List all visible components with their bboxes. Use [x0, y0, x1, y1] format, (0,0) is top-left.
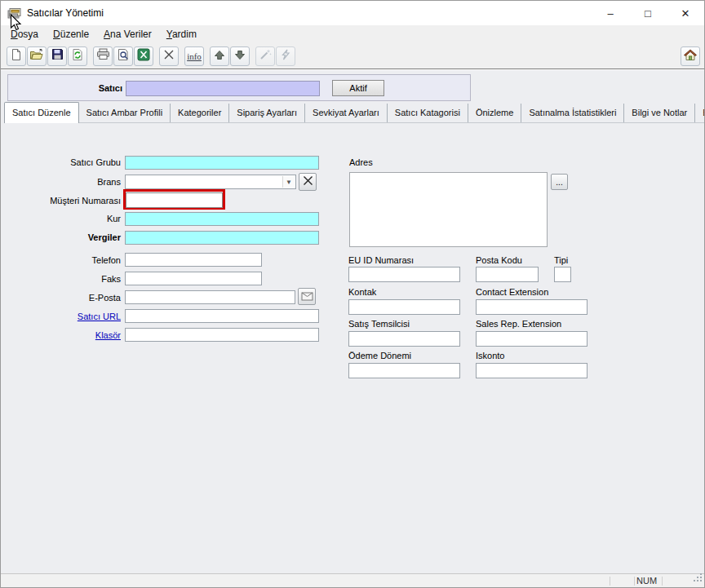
email-label: E-Posta	[1, 293, 121, 303]
statusbar-divider	[662, 577, 663, 586]
currency-input[interactable]	[125, 212, 319, 226]
contact-extension-input[interactable]	[476, 299, 588, 315]
minimize-icon: –	[607, 7, 613, 20]
run-update-button[interactable]	[276, 46, 295, 66]
arrow-down-icon	[234, 49, 246, 64]
print-preview-button[interactable]	[113, 46, 133, 66]
save-button[interactable]	[47, 46, 67, 66]
minimize-button[interactable]: –	[592, 1, 629, 25]
sales-rep-label: Satış Temsilcisi	[348, 319, 410, 329]
menu-dosya[interactable]: Dosya	[3, 25, 46, 43]
move-up-button[interactable]	[210, 46, 229, 66]
print-preview-icon	[117, 48, 130, 64]
open-button[interactable]	[27, 46, 47, 66]
vendor-group-label: Satıcı Grubu	[1, 157, 121, 167]
vendor-group-input[interactable]	[125, 156, 319, 170]
status-bar: NUM	[1, 573, 704, 587]
tab-kategoriler[interactable]: Kategoriler	[171, 104, 229, 122]
address-browse-button[interactable]: ...	[551, 174, 568, 190]
delete-x-icon	[163, 49, 175, 64]
info-button[interactable]: info	[184, 46, 204, 66]
move-down-button[interactable]	[230, 46, 250, 66]
new-icon	[10, 48, 23, 64]
chevron-down-icon[interactable]: ▼	[282, 176, 295, 188]
folder-link[interactable]: Klasör	[1, 330, 121, 340]
discount-input[interactable]	[476, 363, 588, 378]
vendor-url-link[interactable]: Satıcı URL	[1, 312, 121, 321]
home-button[interactable]	[681, 46, 700, 66]
magic-wand-icon	[259, 48, 272, 64]
contact-extension-label: Contact Extension	[476, 287, 548, 297]
tab-satici-katagorisi[interactable]: Satıcı Katagorisi	[388, 104, 468, 122]
printer-icon	[96, 48, 110, 64]
close-button[interactable]: ✕	[667, 1, 704, 25]
home-icon	[683, 48, 698, 64]
resize-grip[interactable]	[693, 572, 703, 586]
menu-duzenle[interactable]: Düzenle	[46, 25, 96, 43]
taxes-input[interactable]	[125, 231, 319, 245]
eu-id-label: EU ID Numarası	[348, 255, 414, 265]
tab-onizleme[interactable]: Önizleme	[468, 104, 521, 122]
taxes-label: Vergiler	[1, 232, 121, 242]
branch-label: Brans	[1, 177, 121, 187]
sales-rep-input[interactable]	[348, 331, 460, 347]
lightning-icon	[281, 49, 290, 64]
app-icon	[7, 7, 21, 20]
branch-clear-button[interactable]	[299, 173, 317, 191]
vendor-label: Satıcı	[8, 83, 122, 93]
tab-satici-ambar-profili[interactable]: Satıcı Ambar Profili	[79, 104, 171, 122]
print-button[interactable]	[93, 46, 113, 66]
vendor-input[interactable]	[126, 81, 320, 96]
vendor-url-input[interactable]	[125, 309, 319, 323]
delete-button[interactable]	[159, 46, 179, 66]
statusbar-divider	[634, 577, 635, 586]
tab-bar: Satıcı Düzenle Satıcı Ambar Profili Kate…	[4, 102, 704, 123]
excel-icon	[137, 48, 150, 64]
folder-input[interactable]	[125, 328, 319, 342]
fax-label: Faks	[1, 274, 121, 284]
maximize-button[interactable]: □	[629, 1, 667, 25]
payment-period-label: Ödeme Dönemi	[348, 351, 411, 360]
contact-input[interactable]	[348, 299, 460, 315]
menu-yardim[interactable]: Yardim	[159, 25, 204, 43]
sales-rep-extension-label: Sales Rep. Extension	[476, 319, 561, 329]
tab-bilgi-ve-notlar[interactable]: Bilgi ve Notlar	[624, 104, 695, 122]
send-email-button[interactable]	[298, 288, 316, 305]
refresh-button[interactable]	[68, 46, 87, 66]
sales-rep-extension-input[interactable]	[476, 331, 588, 347]
customer-number-input[interactable]	[126, 192, 223, 208]
new-button[interactable]	[7, 46, 26, 66]
statusbar-divider	[610, 577, 610, 586]
toolbar: info	[1, 43, 704, 69]
eu-id-input[interactable]	[348, 267, 460, 282]
titlebar: Satıcılar Yönetimi – □ ✕	[1, 1, 704, 25]
tab-satinalma-istatistikleri[interactable]: Satınalma İstatistikleri	[521, 104, 624, 122]
payment-period-input[interactable]	[348, 363, 460, 378]
phone-label: Telefon	[1, 255, 121, 265]
address-textarea[interactable]	[349, 172, 548, 247]
tab-b2b-setting[interactable]: B2B Setting	[695, 104, 705, 122]
type-input[interactable]	[554, 267, 571, 282]
wizard-button[interactable]	[255, 46, 275, 66]
menu-ana-veriler[interactable]: Ana Veriler	[96, 25, 159, 43]
main-area: Satıcı Aktif Satıcı Düzenle Satıcı Ambar…	[1, 70, 704, 573]
export-excel-button[interactable]	[134, 46, 153, 66]
postal-code-input[interactable]	[476, 267, 539, 282]
close-icon: ✕	[681, 7, 690, 20]
maximize-icon: □	[645, 7, 651, 20]
tab-siparis-ayarlari[interactable]: Sipariş Ayarları	[229, 104, 305, 122]
discount-label: Iskonto	[476, 351, 504, 360]
fax-input[interactable]	[125, 272, 262, 285]
vendors-window: Satıcılar Yönetimi – □ ✕ Dosya Düzenle A…	[0, 0, 705, 588]
tab-satici-duzenle[interactable]: Satıcı Düzenle	[4, 102, 79, 123]
window-controls: – □ ✕	[592, 1, 704, 25]
email-input[interactable]	[125, 290, 295, 304]
tab-sevkiyat-ayarlari[interactable]: Sevkiyat Ayarları	[305, 104, 388, 122]
branch-combobox[interactable]: ▼	[125, 175, 296, 189]
arrow-up-icon	[214, 49, 225, 64]
window-title: Satıcılar Yönetimi	[27, 7, 104, 19]
active-button[interactable]: Aktif	[332, 80, 384, 96]
phone-input[interactable]	[125, 253, 262, 267]
postal-code-label: Posta Kodu	[476, 255, 522, 265]
currency-label: Kur	[1, 214, 121, 223]
